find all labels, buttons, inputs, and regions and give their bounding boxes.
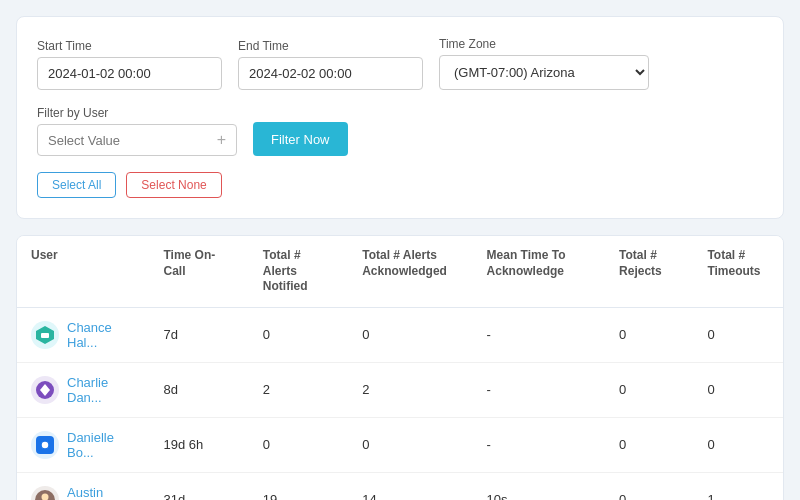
rejects-cell: 0 — [605, 362, 693, 417]
table-row: Charlie Dan... 8d22-00 — [17, 362, 783, 417]
end-time-group: End Time — [238, 39, 423, 90]
timezone-group: Time Zone (GMT-07:00) Arizona — [439, 37, 649, 90]
svg-point-7 — [42, 493, 49, 500]
filter-card: Start Time End Time Time Zone (GMT-07:00… — [16, 16, 784, 219]
col-header-rejects: Total # Rejects — [605, 236, 693, 307]
filter-now-button[interactable]: Filter Now — [253, 122, 348, 156]
user-link[interactable]: Danielle Bo... — [67, 430, 135, 460]
start-time-group: Start Time — [37, 39, 222, 90]
col-header-mean-time: Mean Time To Acknowledge — [473, 236, 605, 307]
table-header-row: User Time On-Call Total # Alerts Notifie… — [17, 236, 783, 307]
acknowledged-cell: 0 — [348, 417, 472, 472]
mean-time-cell: - — [473, 307, 605, 362]
col-header-timeouts: Total # Timeouts — [693, 236, 783, 307]
col-header-acknowledged: Total # Alerts Acknowledged — [348, 236, 472, 307]
rejects-cell: 0 — [605, 417, 693, 472]
notified-cell: 19 — [249, 472, 348, 500]
svg-rect-1 — [41, 333, 49, 338]
timezone-select[interactable]: (GMT-07:00) Arizona — [439, 55, 649, 90]
acknowledged-cell: 0 — [348, 307, 472, 362]
user-link[interactable]: Austin Miller — [67, 485, 135, 500]
avatar — [31, 486, 59, 500]
select-value-input[interactable] — [48, 133, 217, 148]
user-link[interactable]: Chance Hal... — [67, 320, 135, 350]
acknowledged-cell: 14 — [348, 472, 472, 500]
svg-point-5 — [41, 441, 49, 449]
avatar — [31, 431, 59, 459]
mean-time-cell: - — [473, 362, 605, 417]
user-cell: Danielle Bo... — [31, 430, 135, 460]
selection-buttons: Select All Select None — [37, 172, 763, 198]
time-oncall-cell: 7d — [149, 307, 248, 362]
rejects-cell: 0 — [605, 307, 693, 362]
start-time-input[interactable] — [37, 57, 222, 90]
timeouts-cell: 0 — [693, 307, 783, 362]
time-oncall-cell: 31d — [149, 472, 248, 500]
user-cell: Chance Hal... — [31, 320, 135, 350]
select-value-wrapper[interactable]: + — [37, 124, 237, 156]
acknowledged-cell: 2 — [348, 362, 472, 417]
avatar — [31, 376, 59, 404]
filter-user-group: Filter by User + — [37, 106, 237, 156]
col-header-notified: Total # Alerts Notified — [249, 236, 348, 307]
table-row: Austin Miller 31d191410s01 — [17, 472, 783, 500]
timezone-label: Time Zone — [439, 37, 649, 51]
col-header-user: User — [17, 236, 149, 307]
notified-cell: 2 — [249, 362, 348, 417]
table-body: Chance Hal... 7d00-00 Charlie Dan... 8d2… — [17, 307, 783, 500]
mean-time-cell: - — [473, 417, 605, 472]
start-time-label: Start Time — [37, 39, 222, 53]
data-table: User Time On-Call Total # Alerts Notifie… — [17, 236, 783, 500]
time-oncall-cell: 19d 6h — [149, 417, 248, 472]
end-time-label: End Time — [238, 39, 423, 53]
col-header-time-oncall: Time On-Call — [149, 236, 248, 307]
table-card: User Time On-Call Total # Alerts Notifie… — [16, 235, 784, 500]
select-all-button[interactable]: Select All — [37, 172, 116, 198]
table-row: Danielle Bo... 19d 6h00-00 — [17, 417, 783, 472]
user-cell: Charlie Dan... — [31, 375, 135, 405]
rejects-cell: 0 — [605, 472, 693, 500]
timeouts-cell: 1 — [693, 472, 783, 500]
table-row: Chance Hal... 7d00-00 — [17, 307, 783, 362]
user-cell: Austin Miller — [31, 485, 135, 500]
filter-user-label: Filter by User — [37, 106, 237, 120]
plus-icon[interactable]: + — [217, 131, 226, 149]
time-oncall-cell: 8d — [149, 362, 248, 417]
avatar — [31, 321, 59, 349]
select-none-button[interactable]: Select None — [126, 172, 221, 198]
notified-cell: 0 — [249, 417, 348, 472]
timeouts-cell: 0 — [693, 362, 783, 417]
timeouts-cell: 0 — [693, 417, 783, 472]
mean-time-cell: 10s — [473, 472, 605, 500]
user-link[interactable]: Charlie Dan... — [67, 375, 135, 405]
end-time-input[interactable] — [238, 57, 423, 90]
notified-cell: 0 — [249, 307, 348, 362]
